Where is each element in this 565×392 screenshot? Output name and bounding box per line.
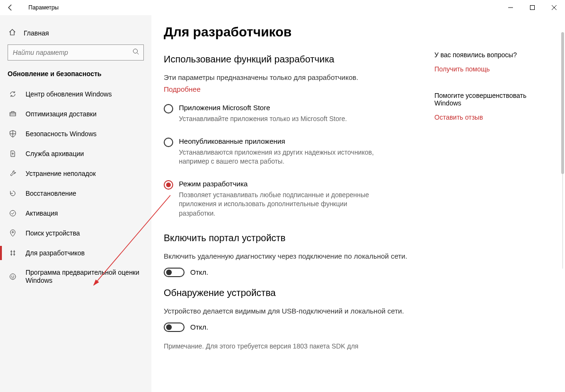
sidebar-item-label: Устранение неполадок — [26, 170, 96, 178]
sidebar-item-label: Безопасность Windows — [26, 130, 97, 138]
radio-store-apps[interactable]: Приложения Microsoft Store Устанавливайт… — [164, 104, 422, 134]
sidebar-item-backup[interactable]: Служба архивации — [0, 144, 151, 164]
sidebar-item-find-device[interactable]: Поиск устройства — [0, 223, 151, 243]
sidebar-item-label: Поиск устройства — [26, 229, 80, 237]
search-input[interactable] — [8, 44, 144, 61]
device-discovery-desc: Устройство делается видимым для USB-подк… — [164, 306, 422, 316]
get-help-link[interactable]: Получить помощь — [434, 65, 548, 73]
sidebar-item-label: Программа предварительной оценки Windows — [26, 269, 143, 285]
sidebar-item-developers[interactable]: Для разработчиков — [0, 243, 151, 263]
delivery-icon — [9, 110, 17, 118]
device-discovery-toggle[interactable] — [164, 322, 185, 332]
toggle-label: Откл. — [190, 268, 208, 276]
feedback-link[interactable]: Оставить отзыв — [434, 113, 548, 121]
wrench-icon — [9, 169, 17, 178]
toggle-label: Откл. — [190, 323, 208, 331]
sidebar-item-label: Для разработчиков — [26, 249, 85, 257]
aside-panel: У вас появились вопросы? Получить помощь… — [434, 51, 548, 140]
backup-icon — [9, 149, 17, 158]
sidebar-item-label: Оптимизация доставки — [26, 110, 97, 118]
radio-desc: Позволяет устанавливать любые подписанны… — [179, 191, 378, 218]
discovery-note: Примечание. Для этого требуется версия 1… — [164, 342, 422, 350]
search-icon — [132, 48, 139, 57]
home-icon — [9, 28, 16, 38]
radio-developer-mode[interactable]: Режим разработчика Позволяет устанавлива… — [164, 180, 422, 229]
sidebar-section-heading: Обновление и безопасность — [0, 69, 151, 84]
close-button[interactable] — [543, 0, 565, 15]
sidebar-item-security[interactable]: Безопасность Windows — [0, 124, 151, 144]
dev-features-heading: Использование функций разработчика — [164, 54, 422, 65]
radio-icon — [164, 180, 173, 190]
device-portal-toggle[interactable] — [164, 268, 185, 277]
sync-icon — [9, 90, 17, 98]
sidebar-item-label: Служба архивации — [26, 150, 84, 158]
questions-heading: У вас появились вопросы? — [434, 51, 548, 59]
sidebar-home[interactable]: Главная — [0, 25, 151, 44]
device-portal-heading: Включить портал устройств — [164, 233, 422, 244]
maximize-button[interactable] — [521, 0, 543, 15]
dev-features-desc: Эти параметры предназначены только для р… — [164, 72, 422, 82]
scroll-thumb[interactable] — [561, 32, 564, 174]
svg-rect-1 — [530, 6, 535, 10]
minimize-button[interactable] — [500, 0, 521, 15]
svg-point-11 — [13, 276, 14, 277]
insider-icon — [9, 272, 17, 281]
svg-point-9 — [10, 274, 16, 279]
device-discovery-heading: Обнаружение устройства — [164, 287, 422, 298]
radio-desc: Устанавливайте приложения только из Micr… — [179, 114, 378, 124]
sidebar-item-troubleshoot[interactable]: Устранение неполадок — [0, 164, 151, 183]
page-title: Для разработчиков — [164, 25, 422, 40]
radio-sideload[interactable]: Неопубликованные приложения Устанавливаю… — [164, 137, 422, 177]
sidebar-item-recovery[interactable]: Восстановление — [0, 183, 151, 203]
radio-label: Приложения Microsoft Store — [179, 104, 422, 112]
sidebar-home-label: Главная — [24, 29, 49, 37]
back-button[interactable] — [5, 2, 16, 13]
scrollbar[interactable] — [559, 32, 564, 269]
radio-label: Неопубликованные приложения — [179, 137, 422, 145]
svg-point-7 — [10, 210, 16, 216]
radio-icon — [164, 138, 173, 147]
sidebar-item-label: Центр обновления Windows — [26, 90, 112, 98]
svg-point-4 — [133, 49, 138, 53]
radio-desc: Устанавливаются приложения из других над… — [179, 148, 378, 166]
main-content: Для разработчиков Использование функций … — [164, 25, 431, 392]
recovery-icon — [9, 189, 17, 198]
check-circle-icon — [9, 209, 17, 218]
sidebar-item-delivery[interactable]: Оптимизация доставки — [0, 104, 151, 124]
radio-icon — [164, 104, 173, 113]
window-title: Параметры — [26, 4, 59, 11]
svg-line-5 — [137, 53, 139, 55]
sidebar-item-update[interactable]: Центр обновления Windows — [0, 84, 151, 104]
location-icon — [9, 229, 17, 237]
sidebar: Главная Обновление и безопасность Центр … — [0, 15, 151, 392]
svg-point-10 — [11, 276, 12, 277]
shield-icon — [9, 130, 17, 138]
radio-label: Режим разработчика — [179, 180, 422, 188]
sidebar-item-insider[interactable]: Программа предварительной оценки Windows — [0, 263, 151, 290]
learn-more-link[interactable]: Подробнее — [164, 85, 201, 93]
titlebar: Параметры — [0, 0, 565, 15]
sidebar-item-activation[interactable]: Активация — [0, 203, 151, 223]
feedback-heading: Помогите усовершенствовать Windows — [434, 92, 548, 107]
svg-point-8 — [12, 232, 14, 233]
device-portal-desc: Включить удаленную диагностику через под… — [164, 251, 422, 261]
sidebar-item-label: Восстановление — [26, 190, 76, 198]
developers-icon — [9, 249, 17, 257]
sidebar-item-label: Активация — [26, 209, 58, 218]
